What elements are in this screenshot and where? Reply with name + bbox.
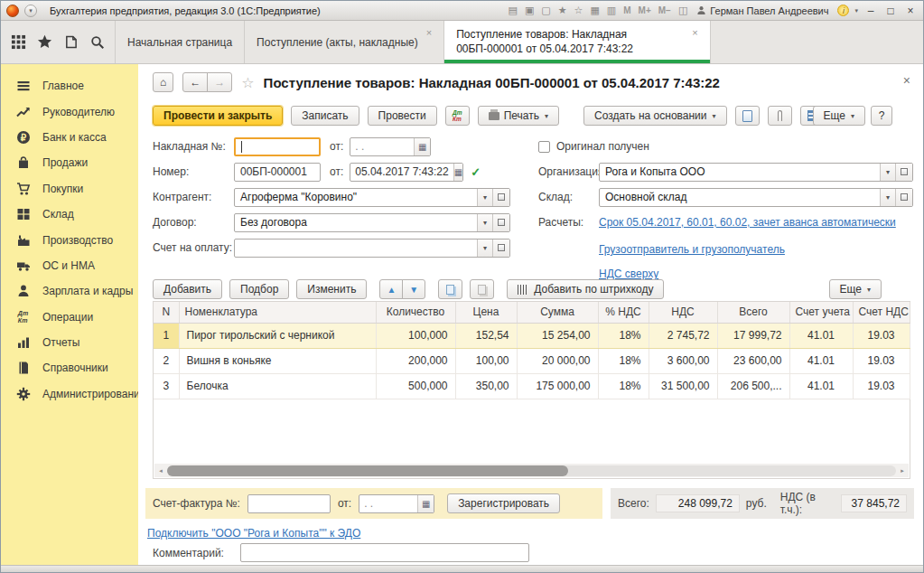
table-cell[interactable]: 2 [154, 348, 179, 373]
table-cell[interactable]: 350,00 [455, 373, 517, 399]
sidebar-item-book[interactable]: Справочники [1, 355, 138, 380]
favorites-star-icon[interactable] [35, 33, 53, 52]
sidebar-item-factory[interactable]: Производство [1, 227, 138, 252]
form-more-button[interactable]: Еще▾ [813, 106, 865, 126]
calendar-icon[interactable]: ▦ [414, 138, 430, 155]
move-up-button[interactable]: ▲ [379, 279, 403, 299]
dropdown-icon[interactable]: ▾ [477, 240, 492, 257]
table-row[interactable]: 1Пирог тирольский с черникой100,000152,5… [154, 323, 910, 348]
favorites-icon[interactable]: ☆ [574, 5, 583, 16]
info-icon[interactable]: i [837, 5, 849, 16]
warehouse-combo[interactable]: Основной склад ▾ [599, 188, 913, 207]
open-icon[interactable] [895, 189, 912, 206]
1c-logo-icon[interactable] [6, 5, 19, 17]
preview-icon[interactable]: ▢ [541, 5, 550, 16]
sidebar-item-menu[interactable]: Главное [1, 73, 138, 99]
table-cell[interactable]: 18% [598, 373, 649, 399]
payment-invoice-combo[interactable]: ▾ [234, 239, 510, 258]
table-row[interactable]: 3Белочка500,000350,00175 000,0018%31 500… [154, 373, 910, 399]
home-button[interactable]: ⌂ [153, 72, 173, 92]
register-button[interactable]: Зарегистрировать [447, 493, 560, 513]
table-cell[interactable]: 100,00 [455, 348, 517, 373]
calendar-icon[interactable]: ▦ [453, 164, 463, 181]
column-header[interactable]: Счет учета [789, 302, 853, 323]
open-icon[interactable] [492, 240, 509, 257]
table-cell[interactable]: 3 600,00 [649, 348, 717, 373]
memory-m-icon[interactable]: M [623, 5, 630, 15]
table-cell[interactable]: 15 254,00 [517, 323, 598, 348]
table-cell[interactable]: 41.01 [789, 373, 853, 399]
counterparty-combo[interactable]: Агроферма "Коровино" ▾ [234, 188, 510, 207]
table-cell[interactable]: 206 500,... [717, 373, 789, 399]
table-cell[interactable]: 41.01 [789, 323, 853, 348]
items-more-button[interactable]: Еще▾ [829, 279, 882, 299]
invoice-reg-date-input[interactable]: . . ▦ [359, 494, 434, 513]
sidebar-item-cart[interactable]: Покупки [1, 176, 138, 202]
table-cell[interactable]: 19.03 [853, 323, 910, 348]
table-cell[interactable]: 100,000 [376, 323, 455, 348]
invoice-date-input[interactable]: . . ▦ [350, 137, 431, 156]
edit-row-button[interactable]: Изменить [296, 279, 367, 299]
contract-combo[interactable]: Без договора ▾ [234, 213, 510, 232]
sidebar-item-person[interactable]: Зарплата и кадры [1, 278, 138, 304]
maximize-button[interactable]: □ [883, 5, 898, 17]
table-cell[interactable]: 18% [598, 323, 649, 348]
edo-link[interactable]: Подключить "ООО "Рога и Копыта"" к ЭДО [147, 527, 360, 540]
column-header[interactable]: Цена [455, 302, 517, 323]
info-caret-icon[interactable]: ▾ [854, 7, 858, 14]
table-cell[interactable]: 23 600,00 [717, 348, 789, 373]
table-cell[interactable]: 1 [154, 323, 179, 348]
create-on-basis-button[interactable]: Создать на основании▾ [583, 106, 727, 126]
consignor-link[interactable]: Грузоотправитель и грузополучатель [599, 243, 785, 256]
copy-row-button[interactable] [438, 279, 462, 299]
minimize-button[interactable]: – [863, 5, 878, 17]
sidebar-item-gear[interactable]: Администрирование [1, 381, 138, 407]
memory-m-plus-icon[interactable]: M+ [639, 5, 651, 15]
sidebar-item-bar-chart[interactable]: Отчеты [1, 330, 138, 355]
table-cell[interactable]: 18% [598, 348, 649, 373]
invoice-no-input[interactable] [234, 137, 321, 156]
table-cell[interactable]: 41.01 [789, 348, 853, 373]
column-header[interactable]: N [154, 302, 179, 323]
table-cell[interactable]: 2 745,72 [649, 323, 717, 348]
close-form-icon[interactable]: × [903, 73, 910, 88]
favorite-add-icon[interactable]: ★ [558, 5, 567, 16]
column-header[interactable]: % НДС [598, 302, 649, 323]
scroll-right-icon[interactable]: ▸ [898, 467, 907, 474]
table-cell[interactable]: Вишня в коньяке [179, 348, 376, 373]
table-cell[interactable]: 31 500,00 [649, 373, 717, 399]
sidebar-item-chart-line[interactable]: Руководителю [1, 99, 138, 124]
table-cell[interactable]: 3 [154, 373, 179, 399]
sidebar-item-warehouse[interactable]: Склад [1, 202, 138, 227]
calendar-icon[interactable]: ▦ [417, 495, 434, 512]
dropdown-icon[interactable]: ▾ [880, 189, 895, 206]
column-header[interactable]: Номенклатура [179, 302, 376, 323]
split-window-icon[interactable]: ◫ [678, 5, 687, 16]
calendar-icon[interactable]: ▥ [607, 5, 616, 16]
open-icon[interactable] [492, 189, 509, 206]
reports-button[interactable] [735, 106, 760, 126]
open-icon[interactable] [492, 214, 509, 231]
attachments-button[interactable] [768, 106, 792, 126]
table-cell[interactable]: Белочка [179, 373, 376, 399]
column-header[interactable]: НДС [649, 302, 717, 323]
save-icon[interactable]: ▤ [508, 5, 517, 16]
comment-input[interactable] [240, 543, 529, 562]
dropdown-icon[interactable]: ▾ [477, 189, 492, 206]
sidebar-item-dtkt[interactable]: ДтКтОперации [1, 305, 138, 330]
paste-row-button[interactable] [470, 279, 494, 299]
tab-receipts-list[interactable]: Поступление (акты, накладные) × [245, 21, 444, 63]
back-button[interactable]: ← [182, 72, 208, 92]
column-header[interactable]: Сумма [517, 302, 598, 323]
pick-button[interactable]: Подбор [229, 279, 289, 299]
sidebar-item-ruble[interactable]: ₽Банк и касса [1, 125, 138, 150]
close-window-button[interactable]: × [903, 5, 918, 17]
original-received-checkbox[interactable] [538, 141, 550, 153]
dtkt-button[interactable]: ДтКт [445, 106, 470, 126]
table-cell[interactable]: 17 999,72 [717, 323, 789, 348]
add-row-button[interactable]: Добавить [153, 279, 222, 299]
invoice-number-input[interactable] [247, 494, 331, 513]
search-icon[interactable] [89, 33, 107, 52]
number-date-input[interactable]: 05.04.2017 7:43:22 ▦ [350, 163, 463, 182]
tab-goods-receipt[interactable]: Поступление товаров: Накладная 00БП-0000… [444, 21, 710, 63]
